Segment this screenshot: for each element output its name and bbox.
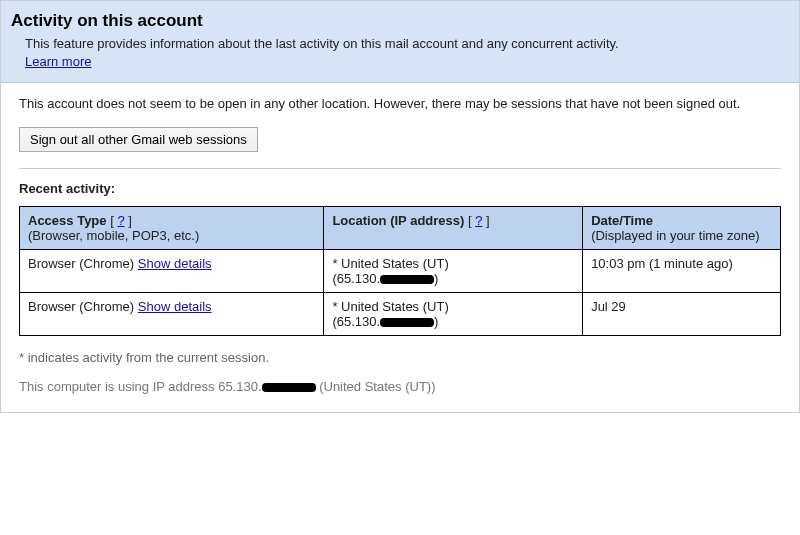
col-header-date: Date/Time (Displayed in your time zone) [583,207,781,250]
learn-more-link[interactable]: Learn more [25,54,91,69]
cell-date: 10:03 pm (1 minute ago) [583,250,781,293]
cell-access-type: Browser (Chrome) Show details [20,293,324,336]
current-ip-prefix: This computer is using IP address 65.130… [19,379,262,394]
col-header-location: Location (IP address) [ ? ] [324,207,583,250]
access-value: Browser (Chrome) [28,256,134,271]
ip-suffix: ) [434,271,438,286]
cell-access-type: Browser (Chrome) Show details [20,250,324,293]
activity-table: Access Type [ ? ] (Browser, mobile, POP3… [19,206,781,336]
activity-panel: Activity on this account This feature pr… [0,0,800,413]
col-header-access-type: Access Type [ ? ] (Browser, mobile, POP3… [20,207,324,250]
session-status-text: This account does not seem to be open in… [19,95,781,113]
cell-location: * United States (UT) (65.130.) [324,293,583,336]
access-type-subtitle: (Browser, mobile, POP3, etc.) [28,228,199,243]
page-title: Activity on this account [11,11,781,31]
activity-row: Browser (Chrome) Show details * United S… [20,250,781,293]
ip-prefix: (65.130. [332,271,380,286]
header-description-block: This feature provides information about … [25,35,781,70]
sign-out-all-button[interactable]: Sign out all other Gmail web sessions [19,127,258,152]
divider [19,168,781,169]
access-value: Browser (Chrome) [28,299,134,314]
access-type-title: Access Type [28,213,107,228]
cell-location: * United States (UT) (65.130.) [324,250,583,293]
activity-table-header-row: Access Type [ ? ] (Browser, mobile, POP3… [20,207,781,250]
show-details-link[interactable]: Show details [138,299,212,314]
recent-activity-label: Recent activity: [19,181,781,196]
ip-redaction [380,318,434,327]
location-title: Location (IP address) [332,213,464,228]
location-country: * United States (UT) [332,256,448,271]
date-subtitle: (Displayed in your time zone) [591,228,759,243]
access-type-help-link[interactable]: ? [117,213,124,228]
current-ip-suffix: (United States (UT)) [316,379,436,394]
ip-prefix: (65.130. [332,314,380,329]
header-description: This feature provides information about … [25,36,619,51]
content-area: This account does not seem to be open in… [1,83,799,412]
date-title: Date/Time [591,213,653,228]
ip-redaction [380,275,434,284]
asterisk-note: * indicates activity from the current se… [19,350,781,365]
header-band: Activity on this account This feature pr… [1,1,799,83]
activity-row: Browser (Chrome) Show details * United S… [20,293,781,336]
show-details-link[interactable]: Show details [138,256,212,271]
ip-suffix: ) [434,314,438,329]
cell-date: Jul 29 [583,293,781,336]
current-ip-line: This computer is using IP address 65.130… [19,379,781,394]
ip-redaction [262,383,316,392]
location-country: * United States (UT) [332,299,448,314]
